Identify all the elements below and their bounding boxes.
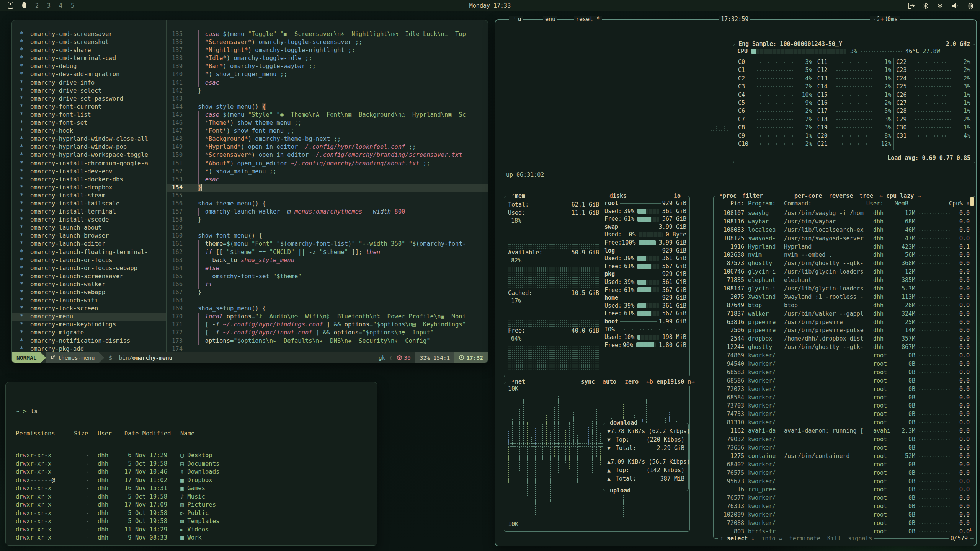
code-row[interactable]: 163 back_to show_style_menu <box>167 256 488 264</box>
proc-scrollbar[interactable] <box>970 197 974 206</box>
process-row[interactable]: 108033localsea/usr/lib/localsearch-exdhh… <box>716 226 973 235</box>
process-row[interactable]: 87573ghostty/usr/bin/ghostty --gtk-dhh36… <box>716 259 973 268</box>
process-row[interactable]: 63816pipewire/usr/bin/pipewiredhh25M0.0 <box>716 318 973 327</box>
code-row[interactable]: 138 *Idle*) omarchy-toggle-idle ;; <box>167 54 488 62</box>
code-row[interactable]: 168 <box>167 297 488 305</box>
process-row[interactable]: 71837walker/usr/bin/walker --gappldhh324… <box>716 310 973 318</box>
proc-tree-button[interactable]: tree <box>858 192 875 200</box>
file-item[interactable]: *omarchy-launch-or-focus-webapp <box>12 264 166 272</box>
info-button[interactable]: info <box>761 535 775 542</box>
code-row[interactable]: 173 options="$options\n▸ Defaults\n✦ DNS… <box>167 337 488 345</box>
process-row[interactable]: 72088kworker/root0B0.0 <box>716 519 973 528</box>
code-row[interactable]: 171 [ -f ~/.config/hypr/bindings.conf ] … <box>167 321 488 329</box>
process-row[interactable]: 1916HyprlandHyprlanddhh423M0.1 <box>716 243 973 251</box>
file-item[interactable]: *omarchy-migrate <box>12 329 166 337</box>
code-row[interactable]: 148 *Background*) omarchy-theme-bg-next … <box>167 135 488 143</box>
file-item[interactable]: *omarchy-hook <box>12 127 166 135</box>
file-item[interactable]: *omarchy-launch-webapp <box>12 289 166 297</box>
file-item[interactable]: *omarchy-drive-select <box>12 87 166 95</box>
code-row[interactable]: 172 [ -f ~/.config/hypr/input.conf ] && … <box>167 329 488 337</box>
file-item[interactable]: *omarchy-notification-dismiss <box>12 337 166 345</box>
code-row[interactable]: 164 else <box>167 264 488 272</box>
code-row[interactable]: 146 *Theme*) show_theme_menu ;; <box>167 119 488 127</box>
process-row[interactable]: 71835elephantelephantdhh385M0.0 <box>716 276 973 285</box>
process-row[interactable]: 106746glycin-i/usr/lib/glycin-loadersdhh… <box>716 268 973 276</box>
net-interface-switcher[interactable]: ←b enp191s0 n→ <box>644 378 696 386</box>
file-item[interactable]: *omarchy-hyprland-window-pop <box>12 143 166 151</box>
code-row[interactable]: 158} <box>167 216 488 224</box>
process-row[interactable]: 76313kworker/root0B0.0 <box>716 502 973 511</box>
file-item[interactable]: *omarchy-font-list <box>12 111 166 119</box>
process-row[interactable]: 73656kworker/root0B0.0 <box>716 444 973 452</box>
proc-sort-switcher[interactable]: ← cpu lazy → <box>877 192 923 200</box>
proc-box-tab[interactable]: ⁴proc <box>717 192 738 200</box>
signals-button[interactable]: signals <box>848 535 872 542</box>
scroll-down-indicator[interactable]: ↓ <box>969 526 972 533</box>
process-row[interactable]: 108147glycin-i/usr/lib/glycin-loadersdhh… <box>716 285 973 293</box>
file-item[interactable]: *omarchy-debug <box>12 62 166 70</box>
file-item[interactable]: *omarchy-menu <box>12 313 166 321</box>
terminal-window[interactable]: ~ > ls Permissions Size User Date Modifi… <box>5 382 377 546</box>
net-zero-button[interactable]: zero <box>623 378 640 386</box>
file-item[interactable]: *omarchy-launch-about <box>12 224 166 232</box>
file-item[interactable]: *omarchy-install-terminal <box>12 208 166 216</box>
file-item[interactable]: *omarchy-launch-browser <box>12 232 166 240</box>
file-item[interactable]: *omarchy-install-docker-dbs <box>12 176 166 184</box>
code-row[interactable]: 174 <box>167 345 488 352</box>
code-row[interactable]: 140 *) show_trigger_menu ;; <box>167 70 488 78</box>
code-row[interactable]: 147 *Font*) show_font_menu ;; <box>167 127 488 135</box>
file-item[interactable]: *omarchy-install-dropbox <box>12 184 166 192</box>
process-row[interactable]: 102099kworker/root0B0.0 <box>716 511 973 519</box>
proc-reverse-button[interactable]: reverse <box>827 192 855 200</box>
bluetooth-icon[interactable] <box>923 3 928 9</box>
process-row[interactable]: 108125swayosd-/usr/bin/swayosd-serverdhh… <box>716 235 973 243</box>
refresh-interval[interactable]: - 2000ms + <box>870 16 880 23</box>
file-item[interactable]: *omarchy-cmd-screenshot <box>12 38 166 46</box>
select-button[interactable]: select <box>727 535 748 542</box>
process-row[interactable]: 72073kworker/root0B0.0 <box>716 385 973 394</box>
file-item[interactable]: *omarchy-hyprland-window-close-all <box>12 135 166 143</box>
file-item[interactable]: *omarchy-install-dev-env <box>12 168 166 176</box>
io-tab[interactable]: io <box>672 192 683 200</box>
net-box-tab[interactable]: ³net <box>510 378 527 386</box>
code-row[interactable]: 152 *) show_main_menu ;; <box>167 168 488 176</box>
code-row[interactable]: 150 *Screensaver*) open_in_editor ~/.con… <box>167 151 488 159</box>
code-row[interactable]: 160show_font_menu() { <box>167 232 488 240</box>
process-row[interactable]: 68402kworker/root0B0.0 <box>716 461 973 469</box>
process-row[interactable]: 76575kworker/root0B0.0 <box>716 469 973 478</box>
file-item[interactable]: *omarchy-font-current <box>12 103 166 111</box>
code-row[interactable]: 153 esac <box>167 176 488 184</box>
process-row[interactable]: 73703kworker/root0B0.0 <box>716 402 973 410</box>
process-row[interactable]: 803btrfs-trroot0B0.0 <box>716 528 973 534</box>
file-item[interactable]: *omarchy-launch-or-focus <box>12 256 166 264</box>
file-item[interactable]: *omarchy-drive-info <box>12 79 166 87</box>
net-auto-button[interactable]: auto <box>601 378 618 386</box>
code-row[interactable]: 167} <box>167 289 488 297</box>
file-item[interactable]: *omarchy-launch-floating-terminal- <box>12 248 166 256</box>
proc-percore-button[interactable]: per-core <box>792 192 824 200</box>
terminate-button[interactable]: terminate <box>789 535 820 542</box>
process-row[interactable]: 95673kworker/root0B0.0 <box>716 478 973 486</box>
file-item[interactable]: *omarchy-font-set <box>12 119 166 127</box>
code-row[interactable]: 149 *Hyprland*) open_in_editor ~/.config… <box>167 143 488 151</box>
file-item[interactable]: *omarchy-cmd-screensaver <box>12 30 166 38</box>
process-row[interactable]: 81310kworker/root0B0.0 <box>716 419 973 427</box>
code-row[interactable]: 151 *About*) open_in_editor ~/.config/om… <box>167 160 488 168</box>
process-row[interactable]: 68584kworker/root0B0.0 <box>716 394 973 402</box>
process-row[interactable]: 16rcu_preeroot0B0.0 <box>716 486 973 494</box>
net-sync-button[interactable]: sync <box>579 378 597 386</box>
code-row[interactable]: 145 case $(menu "Style" "◉ Theme\nA Font… <box>167 111 488 119</box>
file-item[interactable]: *omarchy-lock-screen <box>12 305 166 313</box>
file-item[interactable]: *omarchy-install-vscode <box>12 216 166 224</box>
process-row[interactable]: 79032kworker/root0B0.0 <box>716 435 973 444</box>
code-row[interactable]: 161 theme=$(menu "Font" "$(omarchy-font-… <box>167 240 488 248</box>
process-row[interactable]: 2506pipewire/usr/bin/pipewire-pulsedhh14… <box>716 326 973 335</box>
process-row[interactable]: 94540kworker/root0B0.0 <box>716 360 973 368</box>
process-row[interactable]: 76577kworker/root0B0.0 <box>716 494 973 502</box>
process-row[interactable]: 74869kworker/root0B0.0 <box>716 352 973 360</box>
code-row[interactable]: 141 esac <box>167 79 488 87</box>
kill-button[interactable]: Kill <box>827 535 841 542</box>
file-item[interactable]: *omarchy-hyprland-workspace-toggle <box>12 151 166 159</box>
mem-box-tab[interactable]: ²mem <box>510 192 527 200</box>
process-row[interactable]: 87649btopbtopdhh26M0.0 <box>716 302 973 310</box>
